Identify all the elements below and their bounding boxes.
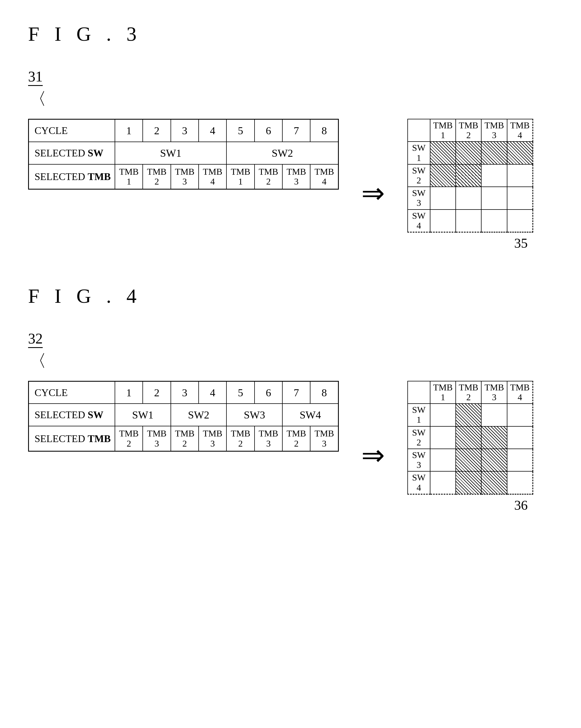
fig3-grid-h3: TMB3	[481, 119, 507, 141]
fig3-grid-h0	[408, 119, 430, 141]
fig3-tmb-c4: TMB4	[199, 164, 226, 189]
fig3-cycle-1: 1	[115, 120, 143, 142]
fig4-tmb-c5: TMB2	[226, 426, 254, 451]
fig3-grid-sw2-tmb4	[507, 164, 533, 187]
fig4-grid-sw1-label: SW1	[408, 404, 430, 426]
fig4-cycle-2: 2	[143, 381, 171, 404]
fig4-cycle-row: CYCLE 1 2 3 4 5 6 7 8	[29, 381, 338, 404]
fig3-tmb-c5: TMB1	[226, 164, 254, 189]
fig4-tmb-c7: TMB2	[282, 426, 310, 451]
fig3-cycle-7: 7	[282, 120, 310, 142]
fig4-grid-sw1-tmb4	[507, 404, 533, 426]
fig3-grid-sw3-tmb4	[507, 187, 533, 209]
fig4-grid-sw2-label: SW2	[408, 426, 430, 449]
fig4-sw2-span: SW2	[171, 404, 227, 426]
fig3-ref-num: 31	[28, 68, 43, 85]
fig4-grid-ref: 36	[514, 497, 528, 513]
fig3-grid-sw4-tmb1	[430, 210, 456, 232]
fig3-tmb-c2: TMB2	[143, 164, 171, 189]
fig3-grid-sw4-tmb2	[456, 210, 481, 232]
fig4-grid-h3: TMB3	[481, 381, 507, 404]
fig3-cycle-8: 8	[310, 120, 338, 142]
fig4-cycle-3: 3	[171, 381, 199, 404]
fig4-grid-sw1: SW1	[408, 404, 533, 426]
fig3-grid-sw1-label: SW1	[408, 141, 430, 164]
fig3-grid-sw1-tmb3	[481, 141, 507, 164]
fig3-grid-sw1: SW1	[408, 141, 533, 164]
fig4-ref-num: 32	[28, 330, 43, 347]
fig4-grid-header: TMB1 TMB2 TMB3 TMB4	[408, 381, 533, 404]
fig4-cycle-7: 7	[282, 381, 310, 404]
fig4-main-table-container: CYCLE 1 2 3 4 5 6 7 8	[28, 381, 339, 452]
fig3-cycle-6: 6	[255, 120, 282, 142]
fig3-section: F I G . 3 31 〈 CYCLE 1 2 3 4	[28, 23, 553, 251]
fig4-bracket: 〈	[29, 350, 46, 372]
fig3-tmb-row: SELECTED TMB TMB1 TMB2 TMB3 TMB4 TMB1 TM…	[29, 164, 338, 189]
fig3-grid-sw1-tmb1	[430, 141, 456, 164]
fig4-sw-row: SELECTED SW SW1 SW2 SW3 SW4	[29, 404, 338, 426]
fig3-grid-sw4-label: SW4	[408, 210, 430, 232]
fig3-grid-sw3-tmb3	[481, 187, 507, 209]
fig3-sw1-span: SW1	[115, 142, 226, 164]
fig3-grid-h2: TMB2	[456, 119, 481, 141]
fig4-grid-sw3-tmb4	[507, 449, 533, 471]
fig3-grid-sw2-tmb3	[481, 164, 507, 187]
fig3-sw-label: SELECTED SW	[29, 142, 115, 164]
fig4-grid-h1: TMB1	[430, 381, 456, 404]
fig3-bracket: 〈	[29, 88, 46, 110]
fig3-grid-sw4-tmb4	[507, 210, 533, 232]
fig4-arrow: ⇒	[361, 439, 385, 472]
fig3-grid-sw3-label: SW3	[408, 187, 430, 209]
fig4-tmb-row: SELECTED TMB TMB2 TMB3 TMB2 TMB3 TMB2 TM…	[29, 426, 338, 451]
fig3-grid-h4: TMB4	[507, 119, 533, 141]
fig4-grid-sw4-tmb4	[507, 471, 533, 494]
fig4-grid-sw4-label: SW4	[408, 471, 430, 494]
fig4-grid-sw3: SW3	[408, 449, 533, 471]
fig3-diagram-row: CYCLE 1 2 3 4 5 6 7 8	[28, 119, 553, 251]
fig4-cycle-6: 6	[255, 381, 282, 404]
fig4-grid-sw4-tmb3	[481, 471, 507, 494]
fig4-sw4-span: SW4	[282, 404, 338, 426]
fig3-grid-h1: TMB1	[430, 119, 456, 141]
fig3-grid-ref: 35	[514, 235, 528, 251]
fig4-grid-sw4: SW4	[408, 471, 533, 494]
fig3-tmb-c3: TMB3	[171, 164, 199, 189]
fig3-sw2-span: SW2	[226, 142, 338, 164]
fig4-sw-label: SELECTED SW	[29, 404, 115, 426]
fig4-section: F I G . 4 32 〈 CYCLE 1 2 3 4	[28, 285, 553, 513]
fig3-grid-container: TMB1 TMB2 TMB3 TMB4 SW1	[407, 119, 533, 251]
fig3-grid-sw1-tmb2	[456, 141, 481, 164]
fig4-tmb-c8: TMB3	[310, 426, 338, 451]
fig4-tmb-c6: TMB3	[255, 426, 282, 451]
fig4-grid-h4: TMB4	[507, 381, 533, 404]
fig4-grid-sw2-tmb3	[481, 426, 507, 449]
fig3-grid-sw4: SW4	[408, 210, 533, 232]
fig3-sw-row: SELECTED SW SW1 SW2	[29, 142, 338, 164]
fig4-cycle-4: 4	[199, 381, 226, 404]
fig3-cycle-2: 2	[143, 120, 171, 142]
fig4-grid-sw2-tmb4	[507, 426, 533, 449]
fig4-grid-h2: TMB2	[456, 381, 481, 404]
fig3-tmb-c1: TMB1	[115, 164, 143, 189]
fig3-grid-sw1-tmb4	[507, 141, 533, 164]
fig3-cycle-label: CYCLE	[29, 120, 115, 142]
fig3-grid-sw4-tmb3	[481, 210, 507, 232]
fig4-tmb-c1: TMB2	[115, 426, 143, 451]
fig3-grid-sw2-label: SW2	[408, 164, 430, 187]
fig4-grid-sw3-tmb1	[430, 449, 456, 471]
fig3-tmb-c8: TMB4	[310, 164, 338, 189]
fig4-grid-sw3-label: SW3	[408, 449, 430, 471]
fig4-main-table: CYCLE 1 2 3 4 5 6 7 8	[28, 381, 339, 452]
fig4-grid-sw4-tmb2	[456, 471, 481, 494]
fig3-cycle-5: 5	[226, 120, 254, 142]
fig3-tmb-c7: TMB3	[282, 164, 310, 189]
fig4-grid-sw4-tmb1	[430, 471, 456, 494]
fig3-grid-table: TMB1 TMB2 TMB3 TMB4 SW1	[407, 119, 533, 233]
fig4-cycle-1: 1	[115, 381, 143, 404]
fig3-grid-sw3-tmb1	[430, 187, 456, 209]
fig4-cycle-label: CYCLE	[29, 381, 115, 404]
fig4-title: F I G . 4	[28, 285, 553, 308]
fig4-grid-sw2-tmb1	[430, 426, 456, 449]
fig4-grid-sw3-tmb3	[481, 449, 507, 471]
fig3-grid-sw2-tmb1	[430, 164, 456, 187]
